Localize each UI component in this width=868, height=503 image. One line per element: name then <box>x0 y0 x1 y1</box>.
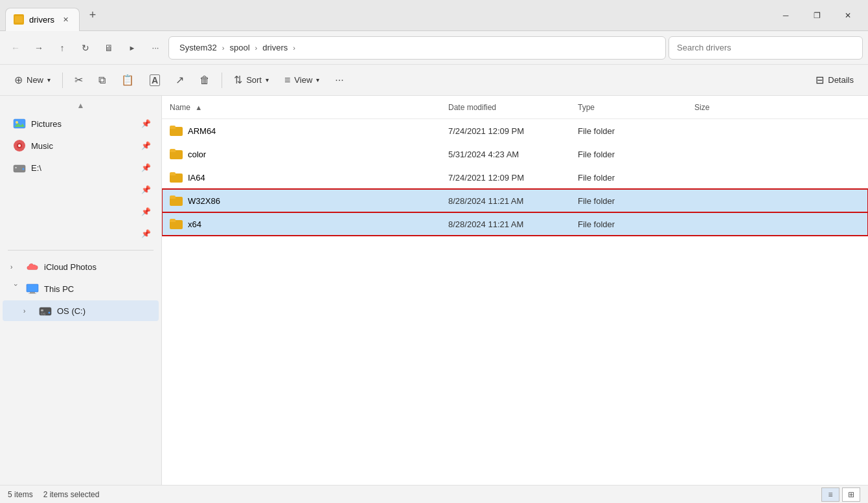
breadcrumb-drivers[interactable]: drivers <box>260 41 290 54</box>
address-bar: ← → ↑ ↻ 🖥 ► ··· System32 › spool › drive… <box>0 31 868 65</box>
cut-button[interactable]: ✂ <box>68 70 89 90</box>
file-date-cell: 7/24/2021 12:09 PM <box>448 173 578 183</box>
location-expand-button[interactable]: ► <box>122 38 143 58</box>
file-type-cell: File folder <box>578 196 694 206</box>
share-icon: ↗ <box>176 74 184 86</box>
pin1-icon <box>13 183 26 196</box>
sidebar-label-music: Music <box>31 141 53 151</box>
view-button[interactable]: ≡ View ▾ <box>278 71 326 90</box>
table-row[interactable]: color 5/31/2024 4:23 AM File folder <box>162 142 868 166</box>
grid-view-button[interactable]: ⊞ <box>842 487 860 502</box>
file-name-text: x64 <box>188 219 201 229</box>
sidebar-item-thispc[interactable]: › This PC <box>3 278 159 299</box>
file-name-text: color <box>188 150 206 159</box>
list-view-button[interactable]: ≡ <box>821 487 839 502</box>
sort-button[interactable]: ⇅ Sort ▾ <box>227 70 275 90</box>
copy-icon: ⧉ <box>98 74 106 86</box>
file-name-cell: color <box>170 149 448 159</box>
music-icon <box>13 139 26 152</box>
tab-label: drivers <box>29 15 54 25</box>
title-bar: drivers ✕ + ─ ❐ ✕ <box>0 0 868 31</box>
back-button[interactable]: ← <box>5 38 26 58</box>
breadcrumb-expand[interactable]: › <box>293 44 295 52</box>
pin-icon-2: 📌 <box>141 207 151 216</box>
sidebar-label-edrive: E:\ <box>31 163 41 173</box>
main-content: ▲ Pictures 📌 Music 📌 <box>0 96 868 485</box>
svg-text:OS: OS <box>41 312 46 316</box>
edrive-icon <box>13 161 26 174</box>
paste-button[interactable]: 📋 <box>115 70 141 90</box>
pin-icon-edrive: 📌 <box>141 163 151 172</box>
file-name-text: IA64 <box>188 173 205 183</box>
sidebar-scroll-indicator: ▲ <box>0 98 161 113</box>
col-header-size[interactable]: Size <box>694 103 860 112</box>
sort-dropdown-icon: ▾ <box>266 76 269 84</box>
more-locations-button[interactable]: ··· <box>145 38 166 58</box>
forward-button[interactable]: → <box>29 38 49 58</box>
breadcrumb-spool[interactable]: spool <box>227 41 252 54</box>
sidebar-item-pin2[interactable]: 📌 <box>3 201 159 222</box>
breadcrumb-system32[interactable]: System32 <box>177 41 220 54</box>
delete-button[interactable]: 🗑 <box>193 71 216 90</box>
minimize-button[interactable]: ─ <box>771 5 801 26</box>
breadcrumb-sep-2: › <box>255 44 258 52</box>
table-row[interactable]: x64 8/28/2024 11:21 AM File folder <box>162 212 868 236</box>
toolbar: ⊕ New ▾ ✂ ⧉ 📋 A ↗ 🗑 ⇅ Sort ▾ ≡ View ▾ ··… <box>0 65 868 96</box>
col-header-date[interactable]: Date modified <box>448 103 578 112</box>
breadcrumb-bar: System32 › spool › drivers › <box>168 36 666 60</box>
col-header-type[interactable]: Type <box>578 103 694 112</box>
pin2-icon <box>13 205 26 218</box>
file-name-cell: x64 <box>170 219 448 229</box>
thispc-icon <box>26 282 39 295</box>
status-bar: 5 items 2 items selected ≡ ⊞ <box>0 485 868 503</box>
file-date-cell: 8/28/2024 11:21 AM <box>448 219 578 229</box>
copy-button[interactable]: ⧉ <box>92 71 112 90</box>
close-button[interactable]: ✕ <box>833 5 863 26</box>
view-icon: ≡ <box>284 74 290 86</box>
sidebar-item-music[interactable]: Music 📌 <box>3 135 159 156</box>
sidebar-label-pictures: Pictures <box>31 119 62 129</box>
up-button[interactable]: ↑ <box>52 38 73 58</box>
tab-close-button[interactable]: ✕ <box>60 14 71 25</box>
pin-icon-pictures: 📌 <box>141 119 151 128</box>
file-name-cell: IA64 <box>170 172 448 183</box>
active-tab[interactable]: drivers ✕ <box>5 8 80 31</box>
new-button[interactable]: ⊕ New ▾ <box>8 70 57 90</box>
search-box[interactable] <box>668 36 863 60</box>
rename-button[interactable]: A <box>143 71 166 90</box>
share-button[interactable]: ↗ <box>169 70 190 90</box>
sidebar-divider-1 <box>8 250 154 251</box>
folder-icon <box>170 219 183 229</box>
rename-icon: A <box>150 74 160 86</box>
sidebar-item-pin1[interactable]: 📌 <box>3 179 159 200</box>
folder-icon <box>170 172 183 183</box>
maximize-button[interactable]: ❐ <box>802 5 832 26</box>
table-row[interactable]: IA64 7/24/2021 12:09 PM File folder <box>162 166 868 189</box>
cut-icon: ✂ <box>74 74 83 86</box>
location-icon: 🖥 <box>98 38 119 58</box>
more-button[interactable]: ··· <box>328 71 350 90</box>
sidebar-label-osc: OS (C:) <box>57 306 86 316</box>
refresh-button[interactable]: ↻ <box>75 38 96 58</box>
search-input[interactable] <box>677 43 854 52</box>
svg-rect-10 <box>30 292 35 293</box>
file-date-cell: 7/24/2021 12:09 PM <box>448 126 578 136</box>
expand-icon-thispc: › <box>12 284 19 294</box>
file-date-cell: 8/28/2024 11:21 AM <box>448 196 578 206</box>
file-name-text: W32X86 <box>188 196 220 206</box>
details-button[interactable]: ⊟ Details <box>809 70 860 90</box>
table-row[interactable]: ARM64 7/24/2021 12:09 PM File folder <box>162 119 868 142</box>
sidebar-item-icloud[interactable]: › iCloud Photos <box>3 256 159 277</box>
sidebar-item-pin3[interactable]: 📌 <box>3 223 159 244</box>
new-tab-button[interactable]: + <box>82 5 103 26</box>
pictures-icon <box>13 117 26 130</box>
sidebar-item-osc[interactable]: › OS OS (C:) <box>3 300 159 321</box>
sidebar-label-icloud: iCloud Photos <box>44 262 97 272</box>
svg-point-14 <box>49 312 51 314</box>
col-header-name[interactable]: Name ▲ <box>170 103 448 112</box>
file-name-cell: W32X86 <box>170 196 448 206</box>
sidebar-item-pictures[interactable]: Pictures 📌 <box>3 113 159 134</box>
sidebar-item-edrive[interactable]: E:\ 📌 <box>3 157 159 178</box>
pin-icon-music: 📌 <box>141 141 151 150</box>
table-row[interactable]: W32X86 8/28/2024 11:21 AM File folder <box>162 189 868 212</box>
